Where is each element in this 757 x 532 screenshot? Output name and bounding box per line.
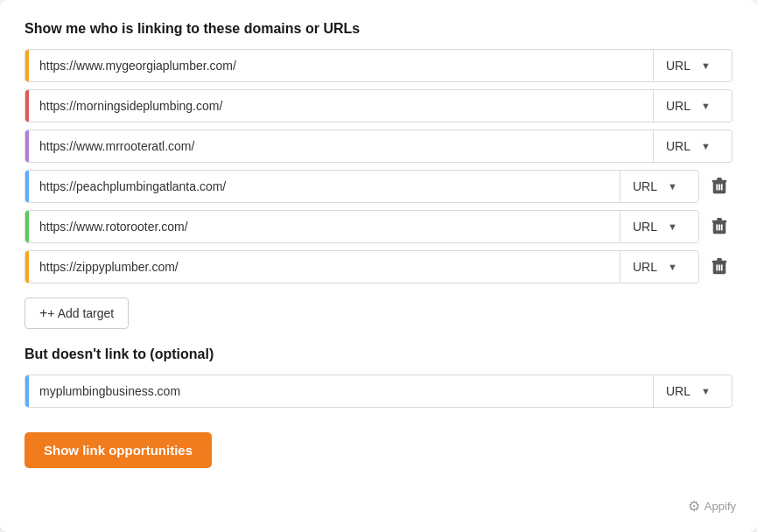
target-url-input-6[interactable] — [29, 251, 620, 283]
target-url-input-5[interactable] — [29, 211, 620, 242]
target-url-input-2[interactable] — [29, 90, 653, 122]
target-input-wrapper-3: URL▼ — [25, 130, 732, 163]
target-row-3: URL▼ — [25, 130, 732, 163]
target-type-label-6: URL — [633, 260, 657, 274]
svg-rect-11 — [721, 224, 723, 230]
target-input-wrapper-5: URL▼ — [25, 210, 699, 243]
exclusion-input-wrapper: URL ▼ — [25, 374, 732, 408]
target-row-5: URL▼ — [25, 210, 732, 243]
exclusion-section-title: But doesn't link to (optional) — [25, 346, 732, 362]
trash-icon-6 — [711, 258, 727, 276]
footer-brand: ⚙ Appify — [688, 498, 736, 514]
target-url-input-1[interactable] — [29, 50, 653, 81]
targets-list: URL▼URL▼URL▼URL▼ URL▼ URL▼ — [25, 49, 732, 284]
plus-icon: + — [39, 305, 47, 321]
appify-gear-icon: ⚙ — [688, 498, 700, 514]
svg-rect-3 — [716, 184, 718, 190]
target-type-label-3: URL — [666, 139, 690, 153]
target-type-select-6[interactable]: URL▼ — [620, 251, 698, 283]
target-type-select-2[interactable]: URL▼ — [653, 90, 732, 122]
target-type-select-3[interactable]: URL▼ — [653, 130, 732, 162]
main-card: Show me who is linking to these domains … — [0, 0, 757, 532]
svg-rect-5 — [721, 184, 723, 190]
target-type-select-1[interactable]: URL▼ — [653, 50, 732, 81]
delete-target-button-4[interactable] — [706, 172, 732, 200]
add-target-button[interactable]: + + Add target — [25, 298, 129, 329]
trash-icon-5 — [711, 218, 727, 235]
svg-rect-9 — [716, 224, 718, 230]
target-row-2: URL▼ — [25, 89, 732, 122]
brand-name: Appify — [704, 500, 736, 513]
target-input-wrapper-4: URL▼ — [25, 170, 699, 203]
exclusion-type-select[interactable]: URL ▼ — [653, 375, 732, 407]
delete-target-button-6[interactable] — [706, 253, 732, 281]
target-chevron-icon-5: ▼ — [668, 221, 677, 232]
target-row-1: URL▼ — [25, 49, 732, 82]
exclusion-url-input[interactable] — [29, 375, 653, 407]
target-chevron-icon-2: ▼ — [701, 101, 711, 111]
add-target-label: + Add target — [47, 306, 114, 320]
target-url-input-4[interactable] — [29, 171, 620, 202]
target-url-input-3[interactable] — [29, 130, 653, 162]
show-opportunities-button[interactable]: Show link opportunities — [25, 432, 212, 468]
show-btn-label: Show link opportunities — [44, 443, 193, 458]
target-type-label-2: URL — [666, 99, 690, 113]
svg-rect-2 — [717, 178, 721, 181]
trash-icon-4 — [711, 178, 727, 195]
target-type-select-4[interactable]: URL▼ — [620, 171, 698, 202]
svg-rect-17 — [721, 264, 723, 270]
target-type-label-5: URL — [633, 220, 657, 234]
exclusion-row: URL ▼ — [25, 374, 732, 408]
svg-rect-4 — [718, 184, 720, 190]
svg-rect-14 — [717, 258, 721, 262]
svg-rect-15 — [716, 264, 718, 270]
target-chevron-icon-3: ▼ — [701, 141, 711, 151]
exclusion-type-label: URL — [666, 384, 690, 398]
exclusion-chevron-icon: ▼ — [701, 386, 711, 396]
svg-rect-16 — [718, 264, 720, 270]
target-input-wrapper-2: URL▼ — [25, 89, 732, 122]
target-row-4: URL▼ — [25, 170, 732, 203]
section-divider: But doesn't link to (optional) — [25, 346, 732, 362]
target-type-label-4: URL — [633, 179, 657, 193]
svg-rect-8 — [717, 218, 721, 221]
target-chevron-icon-1: ▼ — [701, 60, 711, 71]
target-input-wrapper-1: URL▼ — [25, 49, 732, 82]
delete-target-button-5[interactable] — [706, 213, 732, 241]
target-input-wrapper-6: URL▼ — [25, 250, 699, 284]
svg-rect-10 — [718, 224, 720, 230]
main-section-title: Show me who is linking to these domains … — [25, 21, 732, 37]
target-chevron-icon-4: ▼ — [668, 181, 677, 192]
target-type-label-1: URL — [666, 59, 690, 73]
target-chevron-icon-6: ▼ — [668, 262, 677, 272]
target-row-6: URL▼ — [25, 250, 732, 284]
target-type-select-5[interactable]: URL▼ — [620, 211, 698, 242]
